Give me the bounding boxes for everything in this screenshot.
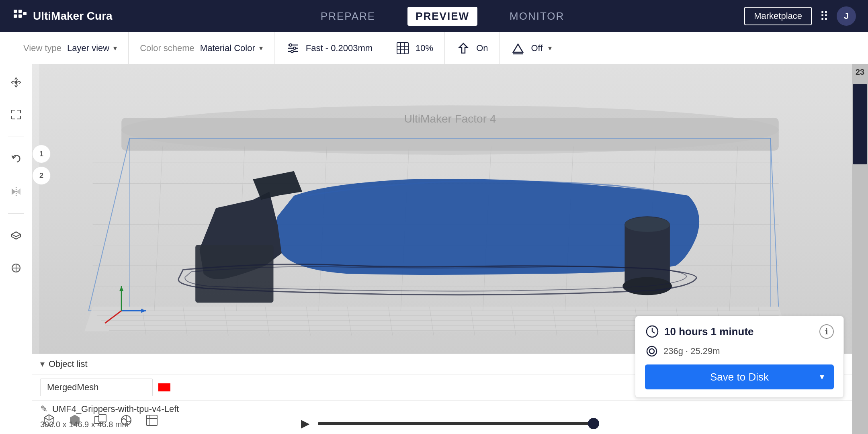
move-tool[interactable]	[6, 72, 26, 92]
color-scheme-label: Color scheme	[140, 43, 194, 53]
layer-tool[interactable]	[6, 226, 26, 246]
adhesion-chevron: ▾	[548, 44, 552, 53]
svg-line-80	[44, 418, 49, 420]
mirror-tool[interactable]	[6, 181, 26, 201]
support-icon	[456, 41, 471, 55]
main-area: 1 2	[0, 64, 868, 434]
svg-rect-2	[14, 14, 17, 18]
right-scrollbar: 23	[852, 64, 868, 434]
view-type-group: View type Layer view ▾	[12, 32, 129, 64]
toolbar-bar: View type Layer view ▾ Color scheme Mate…	[0, 32, 868, 64]
side-tabs: 1 2	[32, 145, 51, 188]
save-disk-dropdown-arrow[interactable]: ▾	[810, 364, 834, 389]
view-type-label: View type	[23, 43, 61, 53]
view-type-value: Layer view	[67, 43, 109, 53]
save-to-disk-label: Save to Disk	[710, 371, 769, 383]
svg-line-79	[49, 418, 54, 420]
color-scheme-value: Material Color	[200, 43, 255, 53]
object-list-label: Object list	[49, 359, 88, 369]
color-scheme-dropdown[interactable]: Material Color ▾	[200, 43, 263, 53]
left-sidebar	[0, 64, 32, 434]
nav-right: Marketplace ⠿ J	[744, 6, 856, 26]
adhesion-value: Off	[531, 43, 542, 53]
svg-rect-82	[99, 415, 106, 422]
print-settings-group: Fast - 0.2003mm	[274, 32, 384, 64]
scrollbar-layer-number: 23	[856, 64, 864, 80]
nav-preview[interactable]: PREVIEW	[407, 7, 477, 26]
svg-point-72	[624, 217, 669, 232]
3d-viewport[interactable]: UltiMaker Factor 4 23 ▾ Object list Merg…	[32, 64, 868, 434]
mesh-tool[interactable]	[117, 411, 135, 429]
save-to-disk-button[interactable]: Save to Disk ▾	[645, 364, 834, 389]
color-scheme-chevron: ▾	[259, 44, 263, 53]
infill-group: 10%	[384, 32, 445, 64]
box-tool[interactable]	[143, 411, 161, 429]
adhesion-group: Off ▾	[500, 32, 563, 64]
support-group: On	[445, 32, 500, 64]
nav-monitor[interactable]: MONITOR	[502, 7, 572, 26]
svg-point-92	[649, 349, 654, 354]
svg-point-10	[291, 50, 293, 53]
support-tool[interactable]	[6, 258, 26, 278]
print-settings-value: Fast - 0.2003mm	[306, 43, 373, 53]
svg-point-91	[647, 346, 657, 356]
info-detail-button[interactable]: ℹ	[819, 324, 834, 339]
print-info-panel: 10 hours 1 minute ℹ 236g · 25.29m Save t…	[635, 316, 844, 398]
sidebar-separator-1	[8, 137, 24, 137]
adhesion-icon	[511, 41, 525, 55]
clock-icon	[645, 324, 659, 339]
svg-point-9	[293, 47, 296, 49]
view-type-chevron: ▾	[113, 44, 117, 53]
svg-line-90	[652, 332, 655, 333]
svg-rect-11	[397, 43, 408, 54]
object-color-swatch	[158, 383, 170, 391]
user-avatar[interactable]: J	[837, 6, 856, 26]
material-usage-label: 236g · 25.29m	[663, 346, 720, 356]
infill-icon	[395, 41, 410, 55]
sidebar-separator-2	[8, 213, 24, 214]
nav-prepare[interactable]: PREPARE	[313, 7, 383, 26]
svg-rect-3	[18, 14, 22, 18]
svg-rect-68	[195, 245, 273, 303]
progress-thumb[interactable]	[588, 418, 599, 429]
scrollbar-thumb[interactable]	[853, 84, 867, 164]
info-time-row: 10 hours 1 minute ℹ	[645, 324, 834, 339]
cube-solid-tool[interactable]	[66, 411, 84, 429]
svg-point-17	[15, 82, 17, 84]
logo-icon	[12, 8, 28, 24]
play-button[interactable]: ▶	[301, 417, 310, 430]
cube-frame-tool[interactable]	[92, 411, 109, 429]
marketplace-button[interactable]: Marketplace	[744, 7, 812, 25]
infill-value: 10%	[416, 43, 433, 53]
object-name-field[interactable]: MergedMesh	[40, 379, 153, 396]
filament-icon	[645, 344, 659, 358]
svg-rect-70	[624, 225, 669, 286]
app-title: UltiMaker Cura	[33, 10, 113, 23]
cube-tool[interactable]	[40, 411, 58, 429]
scale-tool[interactable]	[6, 104, 26, 125]
object-list-toggle[interactable]: ▾	[40, 359, 45, 369]
grid-menu-icon[interactable]: ⠿	[820, 9, 829, 23]
svg-rect-85	[147, 415, 157, 426]
undo-tool[interactable]	[6, 149, 26, 169]
svg-rect-4	[23, 12, 27, 15]
print-settings-icon	[286, 41, 300, 55]
playback-area: ▶	[301, 417, 599, 430]
info-time-content: 10 hours 1 minute	[645, 324, 754, 339]
color-scheme-group: Color scheme Material Color ▾	[129, 32, 274, 64]
svg-point-8	[289, 44, 292, 46]
svg-rect-0	[14, 10, 17, 13]
info-material-row: 236g · 25.29m	[645, 344, 834, 358]
progress-track[interactable]	[318, 422, 599, 425]
support-value: On	[476, 43, 488, 53]
side-tab-2[interactable]: 2	[32, 166, 51, 185]
view-type-dropdown[interactable]: Layer view ▾	[67, 43, 117, 53]
logo-area: UltiMaker Cura	[12, 8, 141, 24]
print-time-label: 10 hours 1 minute	[664, 326, 754, 338]
printer-name-label: UltiMaker Factor 4	[404, 113, 496, 125]
svg-rect-1	[18, 10, 22, 13]
top-navigation: UltiMaker Cura PREPARE PREVIEW MONITOR M…	[0, 0, 868, 32]
side-tab-1[interactable]: 1	[32, 145, 51, 163]
nav-center: PREPARE PREVIEW MONITOR	[141, 7, 744, 26]
